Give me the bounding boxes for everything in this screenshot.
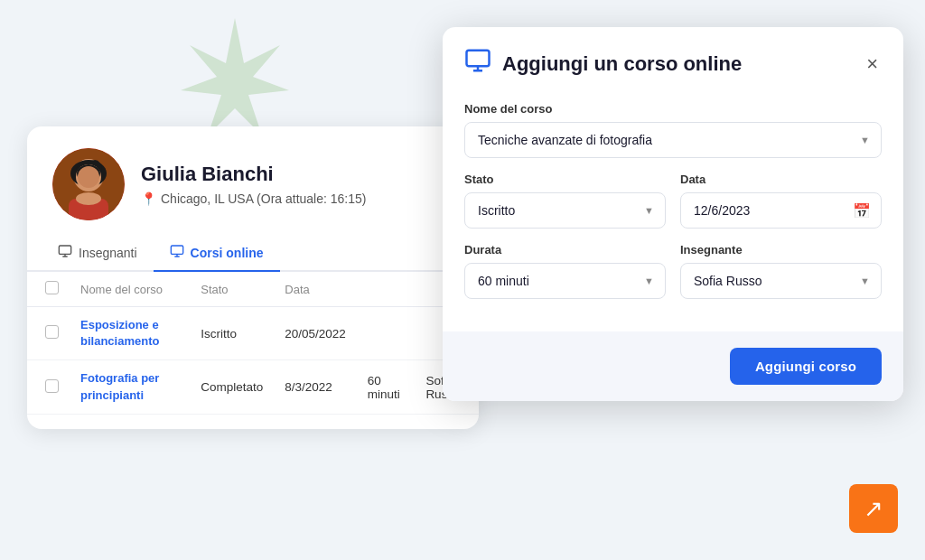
add-course-modal: Aggiungi un corso online × Nome del cors…: [443, 27, 903, 401]
modal-icon: [464, 47, 491, 80]
data-2: 8/3/2022: [274, 360, 357, 414]
profile-card: Giulia Bianchi 📍 Chicago, IL USA (Ora at…: [27, 126, 479, 429]
durata-1: [357, 307, 416, 360]
insegnante-label: Insegnante: [680, 243, 882, 257]
stato-select[interactable]: Iscritto: [464, 192, 666, 229]
tab-insegnanti-label: Insegnanti: [79, 246, 137, 260]
tab-corsi[interactable]: Corsi online: [154, 235, 280, 272]
corsi-icon: [170, 244, 184, 261]
arrow-icon: ↗: [864, 495, 883, 523]
stato-2: Completato: [190, 360, 274, 414]
data-label: Data: [680, 173, 882, 186]
insegnante-select[interactable]: Sofia Russo: [680, 263, 882, 299]
course-name-2[interactable]: Fotografia per principianti: [80, 371, 159, 401]
svg-point-11: [76, 192, 101, 205]
data-input-wrapper: 📅: [680, 192, 882, 229]
col-durata: [357, 272, 416, 307]
insegnanti-icon: [58, 244, 72, 261]
svg-marker-0: [181, 18, 289, 135]
stato-label: Stato: [464, 173, 666, 186]
course-name-select-wrapper: Tecniche avanzate di fotografia: [464, 122, 882, 158]
col-nome: Nome del corso: [70, 272, 190, 307]
modal-close-button[interactable]: ×: [863, 51, 882, 78]
row2-checkbox[interactable]: [45, 379, 59, 393]
modal-header: Aggiungi un corso online ×: [443, 27, 903, 97]
table-row: Esposizione e bilanciamento Iscritto 20/…: [27, 307, 479, 360]
insegnante-select-wrapper: Sofia Russo: [680, 263, 882, 299]
svg-rect-14: [467, 51, 490, 67]
durata-label: Durata: [464, 243, 666, 257]
profile-name: Giulia Bianchi: [141, 163, 367, 186]
location-text: Chicago, IL USA (Ora attuale: 16:15): [161, 191, 367, 206]
col-data: Data: [274, 272, 357, 307]
svg-point-9: [78, 166, 99, 188]
stato-data-row: Stato Iscritto Data 📅: [464, 173, 882, 243]
profile-info: Giulia Bianchi 📍 Chicago, IL USA (Ora at…: [141, 163, 367, 206]
svg-rect-13: [171, 246, 182, 254]
tab-insegnanti[interactable]: Insegnanti: [42, 235, 154, 272]
tabs-row: Insegnanti Corsi online: [27, 235, 479, 272]
svg-rect-12: [59, 246, 70, 254]
location-icon: 📍: [141, 191, 156, 206]
orange-action-button[interactable]: ↗: [849, 484, 898, 533]
submit-button[interactable]: Aggiungi corso: [730, 348, 882, 385]
stato-select-wrapper: Iscritto: [464, 192, 666, 229]
row1-checkbox[interactable]: [45, 325, 59, 339]
insegnante-field: Insegnante Sofia Russo: [680, 243, 882, 299]
course-table: Nome del corso Stato Data Esposizione e …: [27, 272, 479, 415]
course-name-field: Nome del corso Tecniche avanzate di foto…: [464, 102, 882, 158]
modal-body: Nome del corso Tecniche avanzate di foto…: [443, 97, 903, 331]
data-field: Data 📅: [680, 173, 882, 229]
profile-header: Giulia Bianchi 📍 Chicago, IL USA (Ora at…: [27, 126, 479, 235]
course-name-select[interactable]: Tecniche avanzate di fotografia: [464, 122, 882, 158]
data-input[interactable]: [680, 192, 882, 229]
course-name-label: Nome del corso: [464, 102, 882, 116]
modal-title: Aggiungi un corso online: [502, 52, 852, 76]
durata-select-wrapper: 60 minuti: [464, 263, 666, 299]
durata-select[interactable]: 60 minuti: [464, 263, 666, 299]
profile-location: 📍 Chicago, IL USA (Ora attuale: 16:15): [141, 191, 367, 206]
table-row: Fotografia per principianti Completato 8…: [27, 360, 479, 414]
stato-field: Stato Iscritto: [464, 173, 666, 229]
data-1: 20/05/2022: [274, 307, 357, 360]
durata-field: Durata 60 minuti: [464, 243, 666, 299]
tab-corsi-label: Corsi online: [191, 246, 264, 260]
col-stato: Stato: [190, 272, 274, 307]
stato-1: Iscritto: [190, 307, 274, 360]
avatar: [52, 148, 125, 220]
course-name-1[interactable]: Esposizione e bilanciamento: [80, 318, 159, 348]
durata-insegnante-row: Durata 60 minuti Insegnante Sofia Russo: [464, 243, 882, 313]
modal-footer: Aggiungi corso: [443, 331, 903, 401]
durata-2: 60 minuti: [357, 360, 416, 414]
starburst-decoration: [181, 18, 289, 145]
select-all-checkbox[interactable]: [45, 281, 59, 294]
